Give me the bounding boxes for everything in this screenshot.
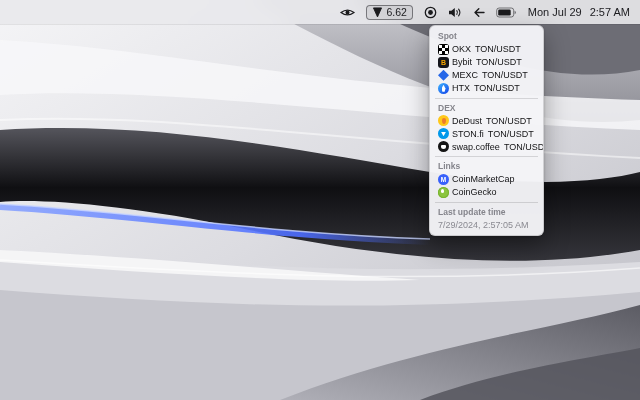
link-name: CoinGecko — [452, 187, 497, 197]
battery-icon[interactable] — [496, 7, 517, 18]
mexc-icon — [438, 70, 449, 81]
menu-item-bybit[interactable]: Bybit TON/USDT — [430, 56, 543, 69]
volume-icon[interactable] — [448, 7, 462, 18]
menu-item-htx[interactable]: HTX TON/USDT — [430, 82, 543, 95]
exchange-name: OKX — [452, 44, 471, 54]
bybit-icon — [438, 57, 449, 68]
desktop-wallpaper — [0, 0, 640, 400]
pair-label: TON/USDT — [482, 70, 528, 80]
menubar-time: 2:57 AM — [590, 6, 630, 18]
exchange-name: STON.fi — [452, 129, 484, 139]
menu-separator — [435, 156, 538, 157]
pair-label: TON/USDT — [486, 116, 532, 126]
exchange-name: Bybit — [452, 57, 472, 67]
menubar-clock[interactable]: Mon Jul 29 2:57 AM — [528, 6, 630, 18]
exchange-name: DeDust — [452, 116, 482, 126]
section-header-dex: DEX — [430, 102, 543, 115]
menu-separator — [435, 202, 538, 203]
menubar-date: Mon Jul 29 — [528, 6, 582, 18]
last-update-timestamp: 7/29/2024, 2:57:05 AM — [430, 219, 543, 231]
menu-bar: 6.62 Mon Jul 29 2:57 AM — [0, 0, 640, 24]
swapcoffee-icon — [438, 141, 449, 152]
exchange-name: HTX — [452, 83, 470, 93]
coingecko-icon — [438, 187, 449, 198]
menu-item-swapcoffee[interactable]: swap.coffee TON/USDT — [430, 140, 543, 153]
dedust-icon — [438, 115, 449, 126]
menu-item-dedust[interactable]: DeDust TON/USDT — [430, 114, 543, 127]
ton-dropdown-menu: Spot OKX TON/USDT Bybit TON/USDT MEXC TO… — [429, 25, 544, 236]
menu-item-mexc[interactable]: MEXC TON/USDT — [430, 69, 543, 82]
pair-label: TON/USDT — [474, 83, 520, 93]
record-icon[interactable] — [424, 6, 437, 19]
exchange-name: swap.coffee — [452, 142, 500, 152]
ton-shield-icon — [372, 7, 383, 18]
htx-icon — [438, 83, 449, 94]
menu-item-okx[interactable]: OKX TON/USDT — [430, 43, 543, 56]
pair-label: TON/USDT — [475, 44, 521, 54]
section-header-spot: Spot — [430, 30, 543, 43]
pair-label: TON/USDT — [504, 142, 543, 152]
menu-item-stonfi[interactable]: STON.fi TON/USDT — [430, 127, 543, 140]
pair-label: TON/USDT — [476, 57, 522, 67]
link-name: CoinMarketCap — [452, 174, 515, 184]
exchange-name: MEXC — [452, 70, 478, 80]
menu-item-coinmarketcap[interactable]: CoinMarketCap — [430, 173, 543, 186]
ton-price-status-item[interactable]: 6.62 — [366, 5, 412, 20]
menu-separator — [435, 98, 538, 99]
stonfi-icon — [438, 128, 449, 139]
menu-item-coingecko[interactable]: CoinGecko — [430, 186, 543, 199]
coinmarketcap-icon — [438, 174, 449, 185]
pair-label: TON/USDT — [488, 129, 534, 139]
eye-icon[interactable] — [340, 7, 355, 18]
okx-icon — [438, 44, 449, 55]
ton-price-value: 6.62 — [386, 7, 406, 18]
back-arrow-icon[interactable] — [473, 7, 485, 18]
section-header-links: Links — [430, 160, 543, 173]
section-header-last-update: Last update time — [430, 206, 543, 219]
